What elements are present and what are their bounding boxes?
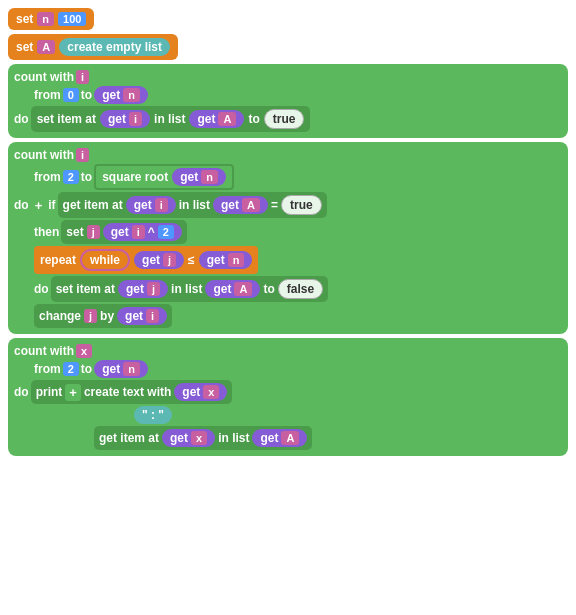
get-i-change: get i — [117, 307, 167, 325]
set-item-label-1: set item at — [37, 112, 96, 126]
start-0: 0 — [63, 88, 79, 102]
lte-label: ≤ — [188, 253, 195, 267]
n-var-3: n — [123, 362, 140, 376]
start-2: 2 — [63, 170, 79, 184]
in-list-3: in list — [171, 282, 202, 296]
i-badge-2: i — [155, 198, 168, 212]
a-badge-3: A — [234, 282, 252, 296]
j-badge-change: j — [84, 309, 97, 323]
create-empty-list: create empty list — [59, 38, 170, 56]
count-with-row-2: count with i — [14, 148, 562, 162]
false-val: false — [278, 279, 323, 299]
colon-row: " : " — [14, 406, 562, 424]
set-item-block-1[interactable]: set item at get i in list get A to true — [31, 106, 311, 132]
square-root-block[interactable]: square root get n — [94, 164, 234, 190]
eq-label: = — [271, 198, 278, 212]
i-var-1: i — [76, 70, 89, 84]
get-x-pill: get x — [174, 383, 227, 401]
count-loop-1: count with i from 0 to get n do set item… — [8, 64, 568, 138]
x-badge-3: x — [203, 385, 219, 399]
then-label: then — [34, 225, 59, 239]
to-val-1: to — [248, 112, 259, 126]
count-loop-2: count with i from 2 to square root get n… — [8, 142, 568, 334]
n-variable: n — [37, 12, 54, 26]
a-variable: A — [37, 40, 55, 54]
plus-icon-3: + — [65, 384, 81, 401]
change-j-row: change j by get i — [14, 304, 562, 328]
get-j-while: get j — [134, 251, 184, 269]
from-label-2: from — [34, 170, 61, 184]
colon-string: " : " — [134, 406, 172, 424]
x-badge-4: x — [191, 431, 207, 445]
get-item-block-2[interactable]: get item at get i in list get A = true — [58, 192, 327, 218]
to-label-2: to — [81, 170, 92, 184]
count-with-label-2: count with — [14, 148, 74, 162]
get-n-1: get n — [94, 86, 148, 104]
get-item-label-2: get item at — [63, 198, 123, 212]
get-a-pill-1: get A — [189, 110, 244, 128]
count-with-label-1: count with — [14, 70, 74, 84]
j-badge-3: j — [147, 282, 160, 296]
get-n-while: get n — [199, 251, 253, 269]
i-badge-1: i — [129, 112, 142, 126]
count-with-label-3: count with — [14, 344, 74, 358]
do-label-2: do — [14, 198, 29, 212]
start-2-x: 2 — [63, 362, 79, 376]
repeat-label: repeat — [40, 253, 76, 267]
j-badge: j — [87, 225, 100, 239]
if-label: if — [48, 198, 55, 212]
change-j-block[interactable]: change j by get i — [34, 304, 172, 328]
do-row-3: do print + create text with get x — [14, 380, 562, 404]
true-val-1: true — [264, 109, 305, 129]
get-j-pill: get j — [118, 280, 168, 298]
in-list-2: in list — [179, 198, 210, 212]
true-val-2: true — [281, 195, 322, 215]
n-while-badge: n — [228, 253, 245, 267]
get-x-pill-2: get x — [162, 429, 215, 447]
while-badge: while — [80, 249, 130, 271]
do-row-2: do + if get item at get i in list get A … — [14, 192, 562, 218]
set-a-block[interactable]: set A create empty list — [8, 34, 568, 60]
i-badge-sq: i — [132, 225, 145, 239]
print-label: print — [36, 385, 63, 399]
count-with-row-1: count with i — [14, 70, 562, 84]
from-label-1: from — [34, 88, 61, 102]
get-i-sq: get i ^ 2 — [103, 223, 182, 241]
set-item-block-j[interactable]: set item at get j in list get A to false — [51, 276, 328, 302]
count-loop-3: count with x from 2 to get n do print + … — [8, 338, 568, 456]
to-label-1: to — [81, 88, 92, 102]
by-label: by — [100, 309, 114, 323]
do-label-1: do — [14, 112, 29, 126]
from-label-3: from — [34, 362, 61, 376]
to-label-3x: to — [81, 362, 92, 376]
plus-icon-2: + — [31, 197, 47, 214]
value-100: 100 — [58, 12, 86, 26]
from-row-2: from 2 to square root get n — [14, 164, 562, 190]
a-badge-1: A — [218, 112, 236, 126]
repeat-while-row: repeat while get j ≤ get n — [14, 246, 562, 274]
set-j-block[interactable]: set j get i ^ 2 — [61, 220, 187, 244]
a-badge-2: A — [242, 198, 260, 212]
then-row: then set j get i ^ 2 — [14, 220, 562, 244]
from-row-1: from 0 to get n — [14, 86, 562, 104]
to-label-3: to — [263, 282, 274, 296]
n-var-2: n — [201, 170, 218, 184]
count-with-row-3: count with x — [14, 344, 562, 358]
get-n-3: get n — [94, 360, 148, 378]
get-a-pill-2: get A — [213, 196, 268, 214]
from-row-3: from 2 to get n — [14, 360, 562, 378]
get-a-pill-j: get A — [205, 280, 260, 298]
i-badge-change: i — [146, 309, 159, 323]
get-n-pill-2: get n — [172, 168, 226, 186]
set-n-block[interactable]: set n 100 — [8, 8, 568, 30]
a-badge-4: A — [281, 431, 299, 445]
set-label-j: set — [66, 225, 83, 239]
repeat-while-block[interactable]: repeat while get j ≤ get n — [34, 246, 258, 274]
do-label-4: do — [14, 385, 29, 399]
create-text-label: create text with — [84, 385, 171, 399]
print-block[interactable]: print + create text with get x — [31, 380, 233, 404]
set-item-label-j: set item at — [56, 282, 115, 296]
get-item-block-3[interactable]: get item at get x in list get A — [94, 426, 312, 450]
get-i-pill-1: get i — [100, 110, 150, 128]
get-item-label-3: get item at — [99, 431, 159, 445]
